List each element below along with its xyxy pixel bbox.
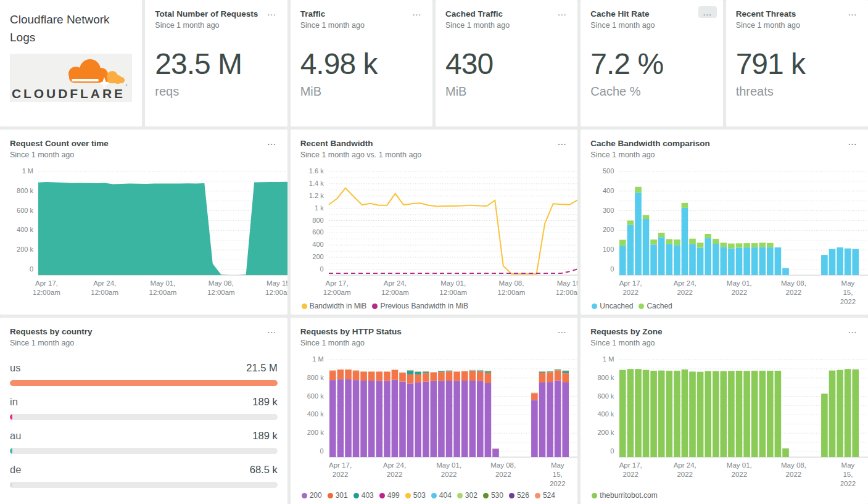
legend-label: 503: [413, 491, 426, 500]
panel-request-count: Request Count over time Since 1 month ag…: [0, 130, 287, 315]
legend-label: Bandwidth in MiB: [310, 302, 367, 310]
x-axis-tick: May 01, 2022: [727, 279, 752, 297]
panel-menu-button[interactable]: …: [263, 324, 281, 336]
legend-item[interactable]: 302: [457, 491, 477, 500]
legend-dot-icon: [405, 493, 411, 498]
legend-item[interactable]: 499: [379, 491, 400, 500]
stat-unit: MiB: [300, 85, 423, 99]
legend-dot-icon: [509, 493, 515, 498]
stat-unit: MiB: [445, 85, 568, 99]
y-axis-label: 200 k: [300, 429, 324, 436]
legend-item[interactable]: 200: [302, 491, 322, 500]
panel-title: Recent Threats: [736, 9, 858, 20]
panel-menu-button[interactable]: …: [553, 324, 571, 336]
panel-menu-button[interactable]: …: [843, 136, 862, 147]
legend-label: 526: [517, 491, 529, 500]
country-row[interactable]: in189 k: [10, 392, 278, 426]
legend-item[interactable]: Previous Bandwidth in MiB: [372, 302, 468, 310]
chart-legend: Bandwidth in MiBPrevious Bandwidth in Mi…: [302, 302, 468, 310]
legend-label: 499: [387, 491, 400, 500]
x-axis-tick: Apr 17, 12:00am: [33, 279, 60, 297]
legend-dot-icon: [592, 493, 597, 498]
x-axis-tick: May 08, 12:00am: [207, 279, 235, 297]
y-axis-label: 400 k: [300, 410, 324, 418]
panel-cache-bandwidth: Cache Bandwidth comparison Since 1 month…: [581, 130, 868, 315]
panel-title: Cached Traffic: [445, 9, 568, 20]
request-count-chart[interactable]: 1 M800 k600 k400 k200 k0Apr 17, 12:00amA…: [10, 168, 287, 295]
http-status-chart[interactable]: 1 M800 k600 k400 k200 k0Apr 17, 2022Apr …: [300, 356, 578, 477]
legend-item[interactable]: Uncached: [592, 302, 633, 310]
legend-dot-icon: [372, 304, 378, 309]
legend-item[interactable]: Bandwidth in MiB: [302, 302, 367, 310]
x-axis-tick: May 08, 2022: [781, 279, 806, 297]
panel-title: Requests by country: [10, 326, 278, 337]
legend-label: theburritobot.com: [600, 491, 657, 500]
country-row[interactable]: de68.5 k: [10, 460, 278, 494]
panel-subtitle: Since 1 month ago: [10, 339, 278, 347]
dashboard-grid: Cloudflare Network Logs CLOUDFLARE ’ Tot…: [0, 0, 868, 504]
chart-legend: UncachedCached: [592, 302, 672, 310]
x-axis-tick: Apr 17, 2022: [619, 279, 642, 297]
legend-label: 301: [336, 491, 348, 500]
y-axis-label: 200 k: [10, 246, 33, 253]
cache-bandwidth-chart[interactable]: 5004003002001000Apr 17, 2022Apr 24, 2022…: [590, 168, 868, 295]
y-axis-label: 400: [300, 241, 324, 248]
stat-value: 430: [445, 47, 568, 81]
stat-value: 4.98 k: [300, 47, 423, 81]
y-axis-label: 200: [300, 253, 324, 260]
legend-item[interactable]: 526: [509, 491, 529, 500]
panel-menu-button[interactable]: …: [408, 6, 426, 18]
panel-title: Cache Bandwidth comparison: [590, 138, 858, 149]
y-axis-label: 300: [590, 207, 614, 214]
legend-label: 524: [543, 491, 555, 500]
panel-menu-button[interactable]: …: [843, 324, 862, 336]
panel-brand: Cloudflare Network Logs CLOUDFLARE ’: [0, 0, 142, 126]
country-label-row: de68.5 k: [10, 460, 278, 476]
legend-item[interactable]: 403: [353, 491, 374, 500]
stat-unit: reqs: [155, 85, 277, 99]
country-label-row: in189 k: [10, 392, 278, 408]
panel-subtitle: Since 1 month ago: [590, 339, 858, 347]
legend-item[interactable]: 530: [483, 491, 503, 500]
y-axis-label: 400 k: [590, 410, 614, 418]
y-axis-label: 0: [10, 265, 33, 273]
x-axis-tick: May 15, 2022: [838, 279, 858, 307]
recent-bandwidth-chart[interactable]: 1.6 k1.4 k1.2 k1 k8006004002000Apr 17, 1…: [300, 168, 578, 295]
panel-subtitle: Since 1 month ago vs. 1 month ago: [300, 151, 568, 159]
panel-menu-button[interactable]: …: [698, 6, 717, 18]
chart-legend: 200301403499503404302530526524: [302, 491, 555, 500]
y-axis-label: 1.2 k: [300, 192, 324, 199]
x-axis-tick: Apr 24, 2022: [674, 279, 696, 297]
country-row[interactable]: us21.5 M: [10, 358, 278, 392]
legend-item[interactable]: 404: [431, 491, 452, 500]
panel-menu-button[interactable]: …: [553, 136, 571, 147]
panel-title: Requests by HTTP Status: [300, 326, 568, 337]
legend-dot-icon: [592, 304, 597, 309]
stat-unit: Cache %: [590, 85, 713, 99]
legend-dot-icon: [431, 493, 437, 498]
y-axis-label: 600: [300, 228, 324, 236]
legend-item[interactable]: theburritobot.com: [592, 491, 657, 500]
panel-recent-threats: Recent Threats Since 1 month ago … 791 k…: [726, 0, 868, 126]
x-axis-tick: Apr 17, 12:00am: [323, 279, 351, 297]
x-axis-tick: Apr 24, 2022: [383, 461, 406, 479]
zone-chart[interactable]: 1 M800 k600 k400 k200 k0Apr 17, 2022Apr …: [590, 356, 868, 477]
y-axis-label: 400 k: [10, 226, 33, 233]
legend-item[interactable]: 503: [405, 491, 426, 500]
y-axis-label: 800 k: [590, 374, 614, 381]
x-axis-tick: Apr 24, 2022: [674, 461, 696, 479]
legend-dot-icon: [328, 493, 333, 498]
panel-menu-button[interactable]: …: [553, 6, 571, 18]
legend-item[interactable]: Cached: [639, 302, 672, 310]
panel-title: Requests by Zone: [590, 326, 858, 337]
panel-menu-button[interactable]: …: [263, 136, 281, 147]
legend-item[interactable]: 524: [535, 491, 555, 500]
country-row[interactable]: au189 k: [10, 426, 278, 460]
legend-item[interactable]: 301: [328, 491, 348, 500]
y-axis-label: 0: [590, 447, 614, 455]
panel-menu-button[interactable]: …: [263, 6, 281, 18]
legend-dot-icon: [353, 493, 359, 498]
panel-menu-button[interactable]: …: [843, 6, 862, 18]
panel-subtitle: Since 1 month ago: [10, 151, 278, 159]
panel-subtitle: Since 1 month ago: [590, 151, 858, 159]
